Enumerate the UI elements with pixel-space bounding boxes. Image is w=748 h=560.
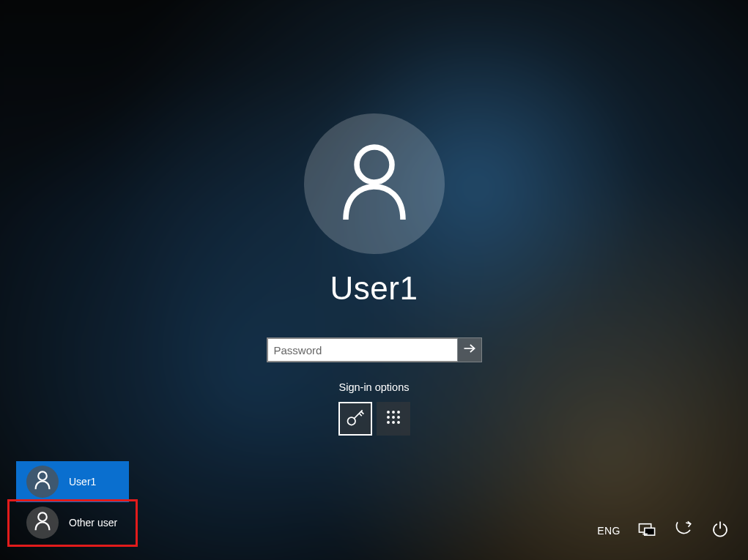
svg-point-0 bbox=[357, 147, 392, 182]
svg-line-5 bbox=[360, 411, 363, 414]
svg-point-16 bbox=[38, 512, 47, 521]
signin-option-pin[interactable] bbox=[377, 402, 410, 436]
svg-point-7 bbox=[392, 411, 395, 414]
person-icon bbox=[34, 471, 51, 493]
power-icon bbox=[711, 520, 730, 542]
person-icon bbox=[34, 512, 51, 534]
user-list-item-user1[interactable]: User1 bbox=[16, 461, 129, 502]
key-icon bbox=[345, 407, 366, 430]
svg-point-10 bbox=[392, 416, 395, 419]
person-icon bbox=[339, 143, 410, 225]
user-avatar-large bbox=[304, 113, 445, 254]
ease-of-access-icon bbox=[674, 520, 693, 542]
user-list-item-other-user[interactable]: Other user bbox=[16, 502, 129, 543]
svg-point-6 bbox=[387, 411, 390, 414]
signin-options-row bbox=[338, 402, 410, 436]
signin-options-label: Sign-in options bbox=[339, 381, 410, 393]
signin-option-password[interactable] bbox=[338, 402, 372, 436]
svg-point-14 bbox=[397, 421, 400, 424]
svg-point-13 bbox=[392, 421, 395, 424]
password-input[interactable] bbox=[267, 337, 457, 362]
svg-point-11 bbox=[397, 416, 400, 419]
network-icon bbox=[637, 520, 656, 542]
login-center-panel: User1 Sign-in options bbox=[267, 113, 482, 436]
svg-point-15 bbox=[38, 471, 47, 480]
user-list: User1 Other user bbox=[16, 461, 129, 543]
submit-button[interactable] bbox=[457, 337, 482, 362]
network-button[interactable] bbox=[637, 520, 657, 541]
user-avatar-small bbox=[26, 507, 59, 539]
ease-of-access-button[interactable] bbox=[673, 520, 694, 541]
password-row bbox=[267, 337, 482, 362]
user-display-name: User1 bbox=[330, 270, 418, 307]
svg-point-12 bbox=[387, 421, 390, 424]
arrow-right-icon bbox=[462, 341, 477, 359]
svg-point-9 bbox=[387, 416, 390, 419]
user-avatar-small bbox=[26, 466, 59, 498]
bottom-right-controls: ENG bbox=[597, 520, 730, 541]
user-list-item-label: Other user bbox=[69, 517, 117, 529]
svg-line-4 bbox=[359, 414, 362, 417]
language-indicator[interactable]: ENG bbox=[597, 525, 621, 537]
user-list-item-label: User1 bbox=[69, 476, 96, 488]
power-button[interactable] bbox=[710, 520, 730, 541]
svg-point-8 bbox=[397, 411, 400, 414]
pin-pad-icon bbox=[383, 407, 404, 430]
